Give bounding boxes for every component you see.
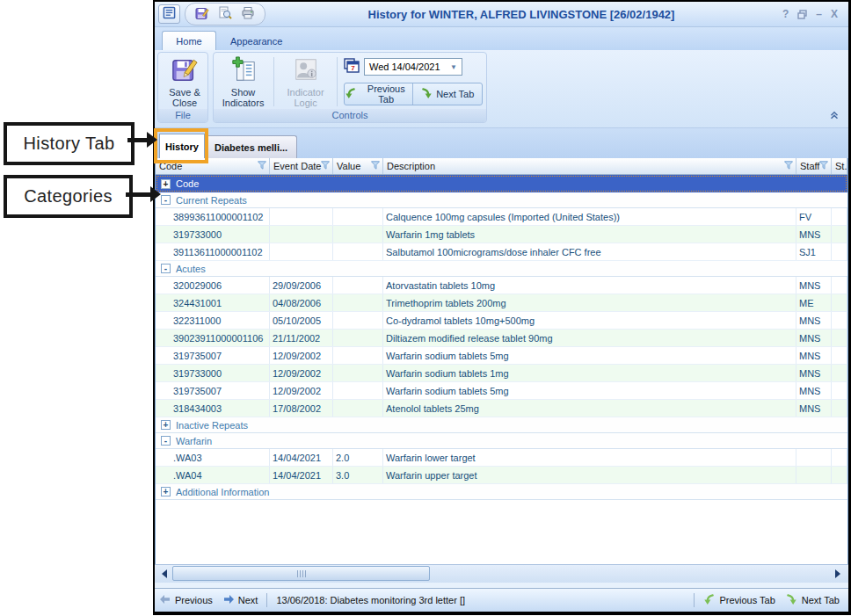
- grid-row[interactable]: 32443100104/08/2006Trimethoprim tablets …: [156, 294, 847, 312]
- history-grid: CodeEvent DateValueDescriptionStaffSt...…: [155, 158, 848, 564]
- tab-history[interactable]: History: [159, 134, 205, 158]
- grid-row-group[interactable]: -Acutes: [156, 261, 847, 277]
- filter-icon[interactable]: [784, 161, 793, 171]
- cell-staff: MNS: [796, 382, 832, 399]
- filter-icon[interactable]: [258, 161, 266, 171]
- cell-event-date: 17/08/2002: [270, 400, 333, 417]
- ribbon-separator: [273, 57, 274, 106]
- show-indicators-label: Show Indicators: [220, 87, 267, 108]
- cell-event-date: 05/10/2005: [270, 312, 333, 329]
- previous-tab-label: Previous Tab: [360, 83, 413, 105]
- cell-code: 318434003: [156, 400, 270, 417]
- cell-value: [333, 243, 383, 260]
- column-header-description[interactable]: Description: [383, 158, 796, 174]
- ribbon-group-controls-label: Controls: [214, 109, 486, 122]
- print-preview-button[interactable]: [218, 6, 232, 23]
- tab-diabetes[interactable]: Diabetes melli...: [205, 135, 297, 158]
- grid-row-group[interactable]: -Current Repeats: [156, 192, 847, 208]
- collapse-icon[interactable]: -: [161, 436, 171, 446]
- save-close-icon: [171, 56, 198, 84]
- status-previous-tab-button[interactable]: Previous Tab: [698, 594, 780, 607]
- minimize-icon[interactable]: –: [816, 8, 822, 20]
- grid-row[interactable]: 39113611000001102Salbutamol 100microgram…: [156, 243, 847, 261]
- cell-description: Warfarin sodium tablets 1mg: [383, 365, 796, 381]
- column-label: Value: [337, 161, 360, 171]
- next-tab-arrow-icon: [786, 594, 797, 607]
- column-header-st[interactable]: St...: [832, 158, 847, 174]
- previous-tab-arrow-icon: [345, 88, 356, 101]
- show-indicators-button[interactable]: Show Indicators: [215, 54, 271, 109]
- ribbon-tab-home[interactable]: Home: [162, 31, 216, 50]
- grid-row-group[interactable]: -Warfarin: [156, 433, 847, 449]
- save-button[interactable]: [195, 6, 209, 23]
- grid-row[interactable]: 31973500712/09/2002Warfarin sodium table…: [156, 382, 847, 400]
- save-and-close-button[interactable]: Save & Close: [160, 54, 209, 109]
- grid-row[interactable]: 31973500712/09/2002Warfarin sodium table…: [156, 347, 847, 365]
- calendar-icon: 7: [344, 57, 360, 76]
- group-label: Additional Information: [176, 487, 269, 497]
- cell-code: 319735007: [156, 347, 270, 364]
- restore-icon[interactable]: [797, 10, 807, 19]
- column-header-staff[interactable]: Staff: [796, 158, 832, 174]
- cell-status: [832, 277, 847, 294]
- collapse-ribbon-icon[interactable]: [827, 108, 841, 125]
- column-header-value[interactable]: Value: [333, 158, 383, 174]
- grid-row[interactable]: 38993611000001102Calquence 100mg capsule…: [156, 208, 847, 226]
- grid-row[interactable]: 3902391100000110621/11/2002Diltiazem mod…: [156, 330, 847, 347]
- grid-row[interactable]: 31843400317/08/2002Atenolol tablets 25mg…: [156, 400, 847, 417]
- close-icon[interactable]: X: [831, 8, 838, 20]
- help-icon[interactable]: ?: [782, 8, 789, 20]
- cell-code: 319733000: [156, 226, 270, 243]
- save-and-close-label: Save & Close: [161, 87, 208, 108]
- scroll-left-icon[interactable]: [157, 567, 171, 581]
- filter-icon[interactable]: [371, 161, 380, 171]
- grid-row[interactable]: .WA0314/04/20212.0Warfarin lower target: [156, 449, 847, 467]
- group-label: Code: [176, 178, 199, 189]
- annotation-arrow-history: [127, 138, 148, 142]
- grid-body: +Code-Current Repeats38993611000001102Ca…: [156, 175, 847, 564]
- print-button[interactable]: [241, 6, 255, 23]
- annotation-arrow-categories: [126, 192, 151, 197]
- cell-code: 322311000: [156, 312, 270, 329]
- column-header-eventdate[interactable]: Event Date: [270, 158, 333, 174]
- collapse-icon[interactable]: -: [161, 264, 171, 273]
- cell-event-date: [270, 243, 333, 260]
- expand-icon[interactable]: +: [161, 487, 171, 496]
- previous-button[interactable]: Previous: [155, 595, 218, 605]
- next-tab-button[interactable]: Next Tab: [413, 83, 482, 105]
- filter-icon[interactable]: [819, 161, 828, 171]
- expand-icon[interactable]: +: [161, 420, 171, 430]
- ribbon-separator: [337, 57, 338, 106]
- date-value: Wed 14/04/2021: [369, 62, 440, 72]
- date-picker[interactable]: Wed 14/04/2021 ▼: [364, 58, 462, 76]
- tab-navigation-bar: Previous Tab Next Tab: [344, 83, 483, 105]
- previous-tab-button[interactable]: Previous Tab: [345, 83, 413, 105]
- grid-row-selected[interactable]: +Code: [156, 175, 847, 192]
- menu-button[interactable]: [158, 4, 180, 24]
- status-next-tab-button[interactable]: Next Tab: [781, 594, 845, 607]
- grid-row[interactable]: 31973300012/09/2002Warfarin sodium table…: [156, 365, 847, 382]
- column-header-code[interactable]: Code: [156, 158, 270, 174]
- filter-icon[interactable]: [321, 161, 330, 171]
- next-button[interactable]: Next: [218, 595, 264, 605]
- cell-staff: ME: [796, 294, 832, 311]
- expand-icon[interactable]: +: [161, 179, 171, 189]
- collapse-icon[interactable]: -: [161, 195, 171, 205]
- grid-row[interactable]: .WA0414/04/20213.0Warfarin upper target: [156, 467, 847, 484]
- ribbon-tab-appearance[interactable]: Appearance: [220, 32, 293, 50]
- cell-code: 324431001: [156, 294, 270, 311]
- grid-row-group[interactable]: +Additional Information: [156, 484, 847, 500]
- cell-description: Atorvastatin tablets 10mg: [383, 277, 796, 294]
- cell-status: [832, 347, 847, 364]
- horizontal-scrollbar[interactable]: [155, 564, 848, 583]
- grid-row[interactable]: 32231100005/10/2005Co-dydramol tablets 1…: [156, 312, 847, 330]
- scroll-right-icon[interactable]: [831, 567, 845, 581]
- cell-event-date: [270, 208, 333, 225]
- grid-row-group[interactable]: +Inactive Repeats: [156, 417, 847, 433]
- grid-row[interactable]: 32002900629/09/2006Atorvastatin tablets …: [156, 277, 847, 294]
- scrollbar-thumb[interactable]: [172, 566, 430, 581]
- cell-event-date: [270, 226, 333, 243]
- status-next-tab-label: Next Tab: [802, 595, 840, 605]
- grid-row[interactable]: 319733000Warfarin 1mg tabletsMNS: [156, 226, 847, 243]
- dropdown-arrow-icon[interactable]: ▼: [450, 63, 457, 71]
